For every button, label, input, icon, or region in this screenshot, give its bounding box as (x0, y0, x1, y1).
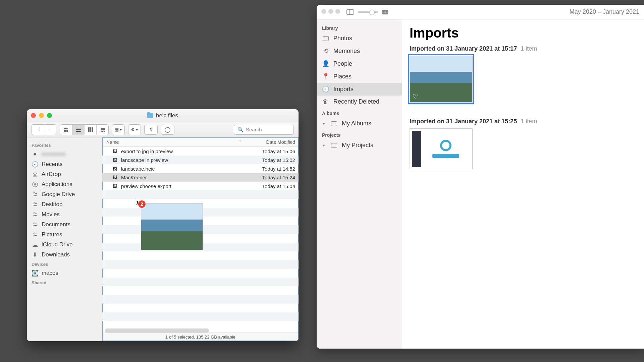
sidebar-item-macos[interactable]: 💽macos (27, 268, 102, 278)
file-row[interactable]: 🖼preview choose exportToday at 15:04 (102, 182, 299, 190)
project-icon (330, 143, 338, 148)
column-view-button[interactable] (84, 125, 96, 135)
sidebar-section-devices: Devices (27, 260, 102, 268)
photos-traffic-lights[interactable] (321, 9, 342, 15)
file-row[interactable]: 🖼landscape in previewToday at 15:02 (102, 156, 299, 164)
column-headers[interactable]: Name⌃ Date Modified (102, 137, 299, 147)
svg-rect-5 (76, 129, 81, 130)
file-icon: 🖼 (111, 184, 118, 189)
sidebar-item-documents[interactable]: 🗂Documents (27, 220, 102, 230)
share-button[interactable]: ⇪ (144, 125, 158, 135)
sidebar-item-places[interactable]: 📍Places (317, 70, 402, 83)
album-icon (330, 121, 338, 126)
svg-rect-9 (92, 127, 93, 132)
arrange-icon[interactable]: ▦ ▾ (112, 125, 124, 135)
sidebar-section-albums: Albums (317, 108, 402, 117)
sidebar-item-icloud[interactable]: ☁iCloud Drive (27, 240, 102, 250)
svg-rect-1 (66, 128, 68, 129)
svg-rect-6 (76, 131, 81, 132)
icon-view-button[interactable] (60, 125, 72, 135)
disclosure-icon[interactable]: ▼ (322, 122, 326, 126)
svg-rect-10 (101, 128, 105, 130)
file-icon: 🖼 (111, 175, 118, 180)
sidebar-item-movies[interactable]: 🗂Movies (27, 209, 102, 220)
movies-icon: 🗂 (32, 211, 38, 218)
action-button[interactable]: ⚙ ▾ (128, 124, 141, 135)
column-name[interactable]: Name⌃ (102, 139, 245, 145)
imported-thumbnail[interactable]: ♡ (410, 56, 473, 103)
list-view-button[interactable] (72, 125, 84, 135)
nav-buttons: 〈 〉 (32, 124, 56, 135)
pictures-icon: 🗂 (32, 231, 38, 238)
sidebar-item-applications[interactable]: ⒶApplications (27, 179, 102, 189)
minimize-icon[interactable] (39, 113, 44, 118)
photos-main: Imports Imported on 31 January 2021 at 1… (402, 19, 644, 349)
sidebar-item-my-projects[interactable]: ▼My Projects (317, 139, 402, 152)
window-title: heic files (147, 112, 178, 119)
sidebar-item-photos[interactable]: Photos (317, 32, 402, 45)
grid-view-icon[interactable] (382, 10, 388, 14)
memories-icon: ⟲ (322, 47, 329, 55)
file-row[interactable]: 🖼landscape.heicToday at 14:52 (102, 164, 299, 173)
gallery-view-button[interactable] (96, 125, 108, 135)
sidebar-item-memories[interactable]: ⟲Memories (317, 45, 402, 57)
thumbnail-size-slider[interactable] (358, 11, 378, 13)
sidebar-item-airdrop[interactable]: ◎AirDrop (27, 169, 102, 179)
desktop-icon: 🗂 (32, 201, 38, 208)
sidebar-item-recently-deleted[interactable]: 🗑Recently Deleted (317, 96, 402, 108)
disclosure-icon[interactable]: ▼ (322, 143, 326, 147)
sidebar-item-recents[interactable]: 🕘Recents (27, 159, 102, 169)
close-icon[interactable] (31, 113, 36, 118)
sidebar-item-my-albums[interactable]: ▼My Albums (317, 117, 402, 130)
search-input[interactable]: 🔍 Search (234, 125, 294, 135)
sidebar-item-people[interactable]: 👤People (317, 57, 402, 70)
tags-button[interactable]: ◯ (161, 125, 174, 135)
file-row[interactable]: 🖼export to jpg in previewToday at 15:06 (102, 147, 299, 156)
gear-icon[interactable]: ⚙ ▾ (128, 125, 141, 135)
sidebar-item-imports[interactable]: 🕘Imports (317, 83, 402, 96)
drag-thumbnail-image (141, 203, 203, 250)
applications-icon: Ⓐ (32, 181, 38, 188)
sidebar-item-google-drive[interactable]: 🗂Google Drive (27, 189, 102, 199)
trash-icon: 🗑 (322, 98, 329, 105)
places-icon: 📍 (322, 73, 329, 80)
photos-icon (322, 36, 329, 41)
file-icon: 🖼 (111, 158, 118, 163)
finder-toolbar: 〈 〉 ▦ ▾ ⚙ ▾ ⇪ ◯ 🔍 Search (27, 122, 299, 137)
search-icon: 🔍 (237, 127, 244, 133)
svg-rect-2 (64, 130, 66, 132)
folder-icon: 🗂 (32, 191, 38, 198)
imports-icon: 🕘 (322, 85, 329, 93)
svg-rect-0 (64, 128, 66, 129)
arrange-button[interactable]: ▦ ▾ (112, 124, 125, 135)
drag-count-badge: 2 (138, 200, 146, 208)
sidebar-item-pictures[interactable]: 🗂Pictures (27, 230, 102, 240)
sidebar-item-hidden[interactable]: ●●●●●●●● (27, 149, 102, 159)
forward-button[interactable]: 〉 (44, 125, 56, 135)
finder-traffic-lights[interactable] (31, 113, 52, 118)
people-icon: 👤 (322, 60, 329, 67)
sort-asc-icon: ⌃ (238, 140, 241, 144)
sidebar-item-desktop[interactable]: 🗂Desktop (27, 199, 102, 209)
zoom-icon[interactable] (47, 113, 52, 118)
airdrop-icon: ◎ (32, 171, 38, 178)
favorite-icon[interactable]: ♡ (413, 93, 418, 100)
sidebar-section-shared: Shared (27, 278, 102, 287)
downloads-icon: ⬇ (32, 251, 38, 258)
imported-thumbnail[interactable] (410, 128, 473, 169)
column-date[interactable]: Date Modified (245, 139, 299, 145)
back-button[interactable]: 〈 (32, 125, 44, 135)
horizontal-scrollbar[interactable] (105, 328, 209, 333)
svg-rect-3 (66, 130, 68, 132)
sidebar-item-downloads[interactable]: ⬇Downloads (27, 250, 102, 260)
svg-rect-13 (104, 131, 105, 132)
sidebar-toggle-icon[interactable] (346, 9, 354, 15)
photos-toolbar: May 2020 – January 2021 (317, 5, 644, 19)
sidebar-section-projects: Projects (317, 130, 402, 139)
file-row[interactable]: 🖼MacKeeperToday at 15:24 (102, 173, 299, 182)
file-icon: 🖼 (111, 166, 118, 171)
blur-icon: ● (32, 151, 38, 158)
status-bar: 1 of 5 selected, 135.22 GB available (102, 333, 299, 341)
view-mode-buttons (60, 124, 109, 135)
sidebar-section-favorites: Favorites (27, 141, 102, 149)
